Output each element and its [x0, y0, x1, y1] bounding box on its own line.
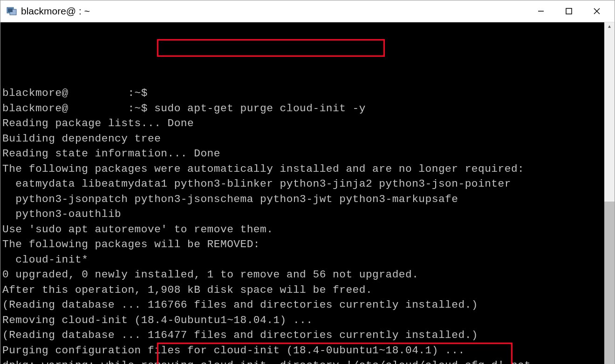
terminal-line: Removing cloud-init (18.4-0ubuntu1~18.04…: [2, 313, 602, 328]
maximize-button[interactable]: [555, 0, 583, 22]
terminal-line: python3-jsonpatch python3-jsonschema pyt…: [2, 192, 602, 207]
minimize-icon: [538, 8, 544, 14]
scrollbar[interactable]: ▲ ▼: [604, 22, 615, 364]
terminal-line: The following packages were automaticall…: [2, 162, 602, 177]
close-button[interactable]: [583, 0, 611, 22]
terminal-line: Building dependency tree: [2, 131, 602, 147]
titlebar[interactable]: blackmore@ : ~: [0, 0, 615, 22]
terminal-line: blackmore@ :~$ sudo apt-get purge cloud-…: [2, 101, 602, 116]
terminal-line: eatmydata libeatmydata1 python3-blinker …: [2, 176, 602, 192]
terminal-output[interactable]: blackmore@ :~$blackmore@ :~$ sudo apt-ge…: [0, 22, 604, 364]
terminal-line: dpkg: warning: while removing cloud-init…: [2, 358, 602, 364]
terminal-line: After this operation, 1,908 kB disk spac…: [2, 283, 602, 298]
maximize-icon: [566, 8, 572, 14]
terminal-line: The following packages will be REMOVED:: [2, 237, 602, 252]
scrollbar-thumb[interactable]: [604, 202, 615, 364]
terminal-line: Purging configuration files for cloud-in…: [2, 343, 602, 358]
scroll-up-icon[interactable]: ▲: [604, 22, 615, 31]
close-icon: [593, 7, 601, 15]
svg-rect-2: [8, 8, 13, 12]
putty-icon: [6, 6, 17, 17]
highlight-box-1: [157, 39, 385, 57]
terminal-window: blackmore@ : ~: [0, 0, 615, 364]
minimize-button[interactable]: [527, 0, 555, 22]
svg-rect-4: [566, 8, 572, 14]
window-controls: [527, 0, 611, 22]
terminal-area: blackmore@ :~$blackmore@ :~$ sudo apt-ge…: [0, 22, 615, 364]
terminal-line: (Reading database ... 116766 files and d…: [2, 297, 602, 313]
terminal-line: Reading package lists... Done: [2, 116, 602, 131]
terminal-line: Reading state information... Done: [2, 146, 602, 162]
terminal-line: blackmore@ :~$: [2, 86, 602, 101]
window-title: blackmore@ : ~: [21, 6, 527, 17]
terminal-line: cloud-init*: [2, 252, 602, 268]
terminal-line: 0 upgraded, 0 newly installed, 1 to remo…: [2, 267, 602, 283]
terminal-line: python3-oauthlib: [2, 207, 602, 222]
terminal-line: (Reading database ... 116477 files and d…: [2, 328, 602, 343]
scrollbar-track[interactable]: [604, 31, 615, 364]
terminal-line: Use 'sudo apt autoremove' to remove them…: [2, 222, 602, 237]
